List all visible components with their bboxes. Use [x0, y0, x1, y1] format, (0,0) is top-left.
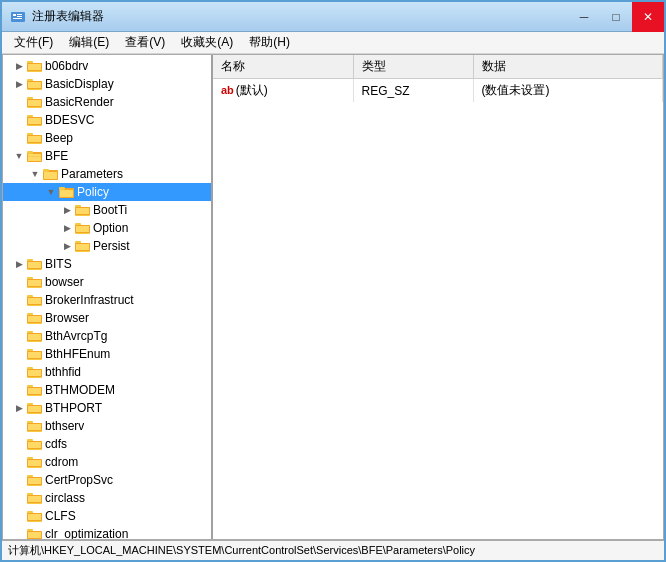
app-icon — [10, 9, 26, 25]
tree-node-BasicDisplay[interactable]: ▶ BasicDisplay — [3, 75, 211, 93]
folder-icon-bowser — [27, 275, 43, 289]
tree-label-BthHFEnum: BthHFEnum — [45, 347, 110, 361]
expander-Option[interactable]: ▶ — [59, 220, 75, 236]
tree-node-bowser[interactable]: ▶ bowser — [3, 273, 211, 291]
menu-help[interactable]: 帮助(H) — [241, 32, 298, 53]
tree-node-BTHMODEM[interactable]: ▶ BTHMODEM — [3, 381, 211, 399]
svg-rect-78 — [28, 388, 41, 394]
tree-node-BITS[interactable]: ▶ BITS — [3, 255, 211, 273]
tree-pane[interactable]: ▶ b06bdrv ▶ BasicDisplay ▶ — [3, 55, 213, 539]
expander-BITS[interactable]: ▶ — [11, 256, 27, 272]
tree-node-BTHPORT[interactable]: ▶ BTHPORT — [3, 399, 211, 417]
tree-label-BasicDisplay: BasicDisplay — [45, 77, 114, 91]
tree-node-BthHFEnum[interactable]: ▶ BthHFEnum — [3, 345, 211, 363]
tree-node-Beep[interactable]: ▶ Beep — [3, 129, 211, 147]
tree-label-bthhfid: bthhfid — [45, 365, 81, 379]
menu-favorites[interactable]: 收藏夹(A) — [173, 32, 241, 53]
maximize-button[interactable]: □ — [600, 2, 632, 32]
close-button[interactable]: ✕ — [632, 2, 664, 32]
menu-view[interactable]: 查看(V) — [117, 32, 173, 53]
svg-rect-2 — [17, 14, 22, 15]
expander-Policy[interactable]: ▼ — [43, 184, 59, 200]
svg-rect-94 — [28, 460, 41, 466]
tree-label-BTHMODEM: BTHMODEM — [45, 383, 115, 397]
main-container: ▶ b06bdrv ▶ BasicDisplay ▶ — [2, 54, 664, 540]
svg-rect-82 — [28, 406, 41, 412]
expander-Persist[interactable]: ▶ — [59, 238, 75, 254]
registry-table: 名称 类型 数据 ab(默认) REG_SZ (数值未设置) — [213, 55, 663, 102]
tree-node-BootTi[interactable]: ▶ BootTi — [3, 201, 211, 219]
folder-icon-BTHPORT — [27, 401, 43, 415]
tree-label-clr-opt-1: clr_optimization_ — [45, 527, 135, 539]
svg-rect-33 — [59, 187, 65, 190]
table-row[interactable]: ab(默认) REG_SZ (数值未设置) — [213, 79, 663, 103]
folder-icon-BrokerInfrastruct — [27, 293, 43, 307]
tree-label-Policy: Policy — [77, 185, 109, 199]
tree-node-BDESVC[interactable]: ▶ BDESVC — [3, 111, 211, 129]
tree-node-BthAvrcpTg[interactable]: ▶ BthAvrcpTg — [3, 327, 211, 345]
expander-BootTi[interactable]: ▶ — [59, 202, 75, 218]
tree-node-cdrom[interactable]: ▶ cdrom — [3, 453, 211, 471]
svg-rect-66 — [28, 334, 41, 340]
right-pane: 名称 类型 数据 ab(默认) REG_SZ (数值未设置) — [213, 55, 663, 539]
tree-node-BrokerInfrastruct[interactable]: ▶ BrokerInfrastruct — [3, 291, 211, 309]
expander-BasicDisplay[interactable]: ▶ — [11, 76, 27, 92]
tree-node-Option[interactable]: ▶ Option — [3, 219, 211, 237]
folder-icon-BITS — [27, 257, 43, 271]
svg-rect-26 — [27, 151, 33, 154]
tree-node-clr-opt-1[interactable]: ▶ clr_optimization_ — [3, 525, 211, 539]
tree-node-cdfs[interactable]: ▶ cdfs — [3, 435, 211, 453]
svg-rect-30 — [43, 169, 49, 172]
tree-label-cdrom: cdrom — [45, 455, 78, 469]
titlebar: 注册表编辑器 ─ □ ✕ — [2, 2, 664, 32]
titlebar-buttons: ─ □ ✕ — [568, 2, 664, 32]
folder-icon-BTHMODEM — [27, 383, 43, 397]
tree-node-BFE[interactable]: ▼ BFE — [3, 147, 211, 165]
tree-node-bthhfid[interactable]: ▶ bthhfid — [3, 363, 211, 381]
menu-edit[interactable]: 编辑(E) — [61, 32, 117, 53]
folder-icon-CLFS — [27, 509, 43, 523]
tree-label-cdfs: cdfs — [45, 437, 67, 451]
tree-label-BasicRender: BasicRender — [45, 95, 114, 109]
tree-node-CertPropSvc[interactable]: ▶ CertPropSvc — [3, 471, 211, 489]
tree-node-BasicRender[interactable]: ▶ BasicRender — [3, 93, 211, 111]
folder-icon-BthHFEnum — [27, 347, 43, 361]
tree-node-Policy[interactable]: ▼ Policy — [3, 183, 211, 201]
folder-icon-Persist — [75, 239, 91, 253]
svg-rect-58 — [28, 298, 41, 304]
expander-BTHPORT[interactable]: ▶ — [11, 400, 27, 416]
tree-node-Browser[interactable]: ▶ Browser — [3, 309, 211, 327]
folder-icon-circlass — [27, 491, 43, 505]
svg-rect-110 — [28, 532, 41, 538]
expander-b06bdrv[interactable]: ▶ — [11, 58, 27, 74]
tree-node-Persist[interactable]: ▶ Persist — [3, 237, 211, 255]
expander-BFE[interactable]: ▼ — [11, 148, 27, 164]
minimize-button[interactable]: ─ — [568, 2, 600, 32]
ab-icon: ab — [221, 84, 234, 96]
folder-icon-BDESVC — [27, 113, 43, 127]
titlebar-left: 注册表编辑器 — [10, 8, 104, 25]
svg-rect-98 — [28, 478, 41, 484]
svg-rect-8 — [28, 64, 41, 70]
svg-rect-86 — [28, 424, 41, 430]
col-name[interactable]: 名称 — [213, 55, 353, 79]
col-type[interactable]: 类型 — [353, 55, 473, 79]
tree-label-BTHPORT: BTHPORT — [45, 401, 102, 415]
svg-rect-46 — [76, 244, 89, 250]
window-title: 注册表编辑器 — [32, 8, 104, 25]
folder-icon-Option — [75, 221, 91, 235]
expander-Parameters[interactable]: ▼ — [27, 166, 43, 182]
folder-icon-BasicDisplay — [27, 77, 43, 91]
menu-file[interactable]: 文件(F) — [6, 32, 61, 53]
tree-node-bthserv[interactable]: ▶ bthserv — [3, 417, 211, 435]
tree-node-Parameters[interactable]: ▼ Parameters — [3, 165, 211, 183]
tree-label-BDESVC: BDESVC — [45, 113, 94, 127]
col-data[interactable]: 数据 — [473, 55, 663, 79]
svg-rect-90 — [28, 442, 41, 448]
menubar: 文件(F) 编辑(E) 查看(V) 收藏夹(A) 帮助(H) — [2, 32, 664, 54]
tree-node-CLFS[interactable]: ▶ CLFS — [3, 507, 211, 525]
tree-label-CertPropSvc: CertPropSvc — [45, 473, 113, 487]
tree-node-circlass[interactable]: ▶ circlass — [3, 489, 211, 507]
tree-node-b06bdrv[interactable]: ▶ b06bdrv — [3, 57, 211, 75]
svg-rect-42 — [76, 226, 89, 232]
